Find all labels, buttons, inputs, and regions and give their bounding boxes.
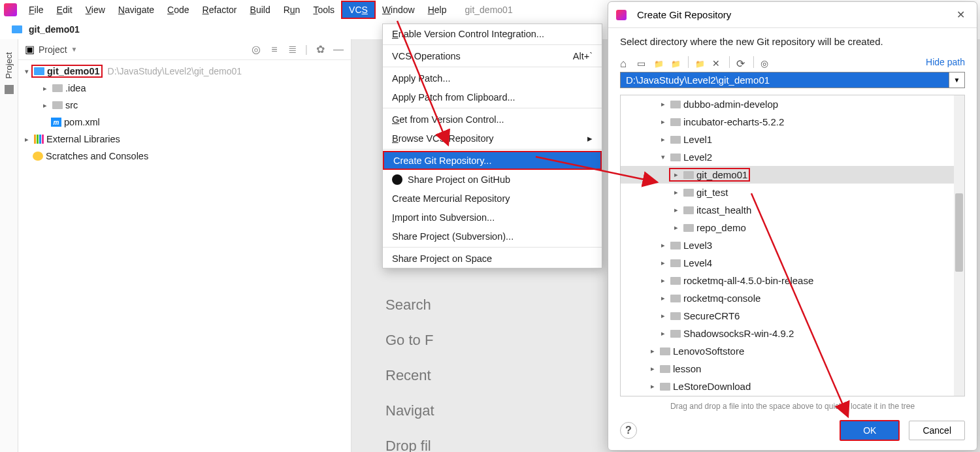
dir-tree-row[interactable]: ▸Level4: [621, 254, 964, 272]
expand-all-icon[interactable]: ≡: [269, 44, 280, 56]
dir-tree-row[interactable]: ▸incubator-echarts-5.2.2: [621, 113, 964, 131]
show-hidden-icon[interactable]: [760, 57, 771, 67]
vcs-share-github[interactable]: Share Project on GitHub: [383, 170, 602, 189]
close-icon[interactable]: ✕: [953, 7, 969, 22]
folder-icon: [670, 242, 681, 250]
chevron-right-icon[interactable]: ▸: [22, 135, 31, 144]
chevron-right-icon[interactable]: ▸: [41, 84, 50, 93]
tool-tab-project[interactable]: Project: [4, 52, 14, 78]
refresh-icon[interactable]: [736, 57, 747, 67]
tree-item-pom[interactable]: pom.xml: [64, 117, 100, 127]
menu-edit[interactable]: Edit: [50, 2, 79, 18]
chevron-right-icon[interactable]: ▸: [659, 312, 668, 320]
dir-tree-row[interactable]: ▸rocketmq-console: [621, 289, 964, 307]
menu-run[interactable]: Run: [277, 2, 307, 18]
dir-tree-row[interactable]: ▸Level3: [621, 236, 964, 254]
chevron-right-icon[interactable]: ▸: [648, 382, 657, 391]
tree-item-external-libs[interactable]: External Libraries: [46, 134, 120, 144]
breadcrumb-text[interactable]: git_demo01: [29, 24, 80, 35]
desktop-icon[interactable]: [637, 57, 647, 67]
chevron-right-icon[interactable]: ▸: [659, 276, 668, 285]
collapse-all-icon[interactable]: ≣: [287, 44, 299, 56]
scrollbar-track[interactable]: [954, 95, 964, 396]
chevron-right-icon[interactable]: ▸: [672, 223, 681, 232]
chevron-right-icon[interactable]: ▸: [672, 206, 681, 214]
project-view-label[interactable]: Project: [39, 44, 67, 55]
delete-icon[interactable]: [712, 57, 723, 67]
hide-path-link[interactable]: Hide path: [926, 57, 965, 67]
minimize-icon[interactable]: —: [333, 44, 344, 56]
chevron-right-icon[interactable]: ▸: [659, 100, 668, 108]
vcs-create-mercurial[interactable]: Create Mercurial Repository: [383, 189, 602, 208]
dir-tree-row[interactable]: ▾Level2: [621, 148, 964, 166]
chevron-right-icon[interactable]: ▸: [648, 347, 657, 355]
vcs-operations[interactable]: VCS OperationsAlt+`: [383, 46, 602, 65]
new-folder-icon[interactable]: [695, 57, 706, 67]
chevron-right-icon[interactable]: ▸: [41, 101, 50, 110]
tree-item-idea[interactable]: .idea: [65, 83, 86, 93]
dir-tree-row[interactable]: ▸dubbo-admin-develop: [621, 95, 964, 113]
ok-button[interactable]: OK: [840, 420, 900, 441]
chevron-right-icon[interactable]: ▸: [672, 188, 681, 197]
dir-tree-row[interactable]: ▸ShadowsocksR-win-4.9.2: [621, 325, 964, 342]
dir-tree-row[interactable]: ▸Level1: [621, 131, 964, 148]
scrollbar-thumb[interactable]: [955, 193, 963, 272]
cancel-button[interactable]: Cancel: [909, 421, 965, 440]
menu-window[interactable]: Window: [376, 2, 421, 18]
vcs-enable-integration[interactable]: Enable Version Control Integration...: [383, 24, 602, 43]
bookmarks-icon[interactable]: [5, 85, 14, 94]
help-button[interactable]: ?: [620, 422, 637, 439]
menu-tools[interactable]: Tools: [306, 2, 341, 18]
chevron-down-icon[interactable]: ▾: [659, 153, 668, 161]
path-dropdown-caret[interactable]: ▼: [949, 72, 965, 88]
vcs-browse-repo[interactable]: Browse VCS Repository▸: [383, 129, 602, 148]
menu-code[interactable]: Code: [161, 2, 195, 18]
chevron-down-icon[interactable]: ▾: [22, 67, 31, 76]
menu-vcs[interactable]: VCS: [341, 1, 376, 19]
vcs-apply-patch-clipboard[interactable]: Apply Patch from Clipboard...: [383, 88, 602, 106]
dir-tree-row[interactable]: ▸git_demo01: [621, 166, 964, 184]
vcs-share-svn[interactable]: Share Project (Subversion)...: [383, 227, 602, 246]
folder-icon: [660, 347, 670, 355]
tree-item-src[interactable]: src: [65, 100, 78, 110]
menu-navigate[interactable]: Navigate: [112, 2, 161, 18]
dir-tree-row[interactable]: ▸LenovoSoftstore: [621, 342, 964, 360]
dir-tree-row[interactable]: ▸itcast_health: [621, 201, 964, 219]
dir-tree-row[interactable]: ▸git_test: [621, 184, 964, 201]
menu-refactor[interactable]: Refactor: [196, 2, 244, 18]
menu-build[interactable]: Build: [244, 2, 277, 18]
vcs-import-svn[interactable]: Import into Subversion...: [383, 208, 602, 227]
gear-icon[interactable]: ✿: [314, 44, 326, 56]
directory-tree[interactable]: ▸dubbo-admin-develop▸incubator-echarts-5…: [620, 95, 965, 396]
locate-icon[interactable]: ◎: [250, 44, 262, 56]
dir-tree-row[interactable]: ▸lesson: [621, 360, 964, 378]
module-folder-icon[interactable]: [671, 57, 681, 67]
dir-tree-label: git_test: [696, 187, 728, 198]
dir-tree-row[interactable]: ▸SecureCRT6: [621, 307, 964, 325]
chevron-right-icon[interactable]: ▸: [659, 135, 668, 144]
vcs-get-from-vcs[interactable]: Get from Version Control...: [383, 110, 602, 129]
chevron-right-icon[interactable]: ▸: [659, 241, 668, 250]
vcs-share-space[interactable]: Share Project on Space: [383, 249, 602, 268]
tree-item-scratches[interactable]: Scratches and Consoles: [46, 151, 148, 161]
dir-tree-row[interactable]: ▸rocketmq-all-4.5.0-bin-release: [621, 272, 964, 289]
chevron-right-icon[interactable]: ▸: [659, 329, 668, 338]
dir-tree-row[interactable]: ▸LeStoreDownload: [621, 378, 964, 395]
menu-file[interactable]: File: [22, 2, 50, 18]
home-icon[interactable]: [620, 57, 630, 67]
chevron-right-icon[interactable]: ▸: [672, 170, 681, 179]
project-folder-icon[interactable]: [654, 57, 664, 67]
github-icon: [392, 174, 402, 185]
menu-help[interactable]: Help: [421, 2, 453, 18]
dir-tree-row[interactable]: ▸repo_demo: [621, 219, 964, 236]
chevron-right-icon[interactable]: ▸: [659, 294, 668, 302]
chevron-right-icon[interactable]: ▸: [648, 364, 657, 373]
tree-item-root[interactable]: git_demo01: [47, 66, 100, 76]
chevron-right-icon[interactable]: ▸: [659, 259, 668, 267]
chevron-right-icon[interactable]: ▸: [659, 118, 668, 126]
path-input[interactable]: D:\JavaStudy\Level2\git_demo01: [620, 72, 949, 88]
chevron-down-icon[interactable]: ▼: [71, 46, 78, 53]
vcs-apply-patch[interactable]: Apply Patch...: [383, 69, 602, 88]
vcs-create-git-repo[interactable]: Create Git Repository...: [383, 151, 602, 170]
menu-view[interactable]: View: [79, 2, 112, 18]
